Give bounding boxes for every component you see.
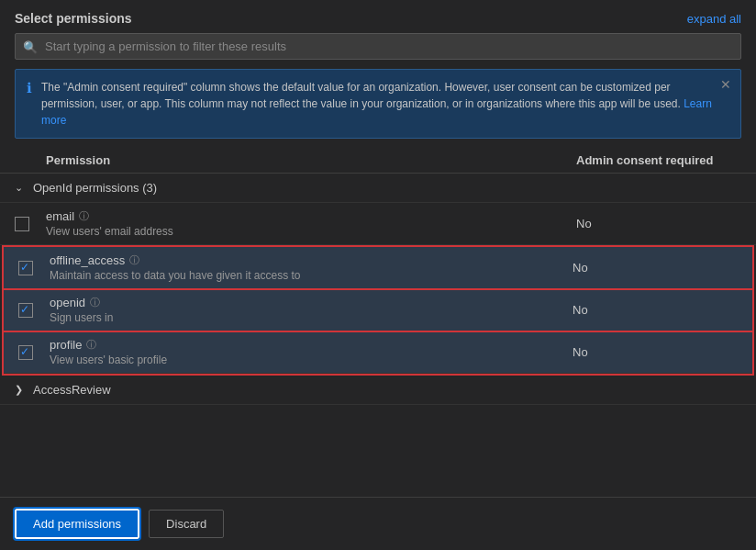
group-openid-header[interactable]: ⌄ OpenId permissions (3): [0, 174, 756, 203]
info-banner: ℹ The "Admin consent required" column sh…: [15, 69, 741, 139]
offline-access-checkbox[interactable]: [18, 261, 33, 275]
openid-info-icon[interactable]: ⓘ: [90, 296, 100, 309]
table-row: offline_access ⓘ Maintain access to data…: [4, 247, 752, 289]
offline-access-admin-consent: No: [573, 261, 738, 275]
banner-text: The "Admin consent required" column show…: [41, 79, 729, 129]
dialog-footer: Add permissions Discard: [0, 497, 756, 550]
profile-info-icon[interactable]: ⓘ: [86, 338, 96, 352]
email-checkbox[interactable]: [15, 217, 29, 231]
selected-permissions-group: offline_access ⓘ Maintain access to data…: [2, 245, 754, 376]
chevron-right-icon: ❯: [15, 384, 26, 396]
profile-checkbox[interactable]: [18, 345, 33, 360]
email-info-icon[interactable]: ⓘ: [79, 209, 89, 223]
offline-access-info-icon[interactable]: ⓘ: [129, 253, 139, 267]
profile-perm-desc: View users' basic profile: [50, 354, 573, 366]
openid-perm-desc: Sign users in: [50, 311, 573, 324]
discard-button[interactable]: Discard: [149, 510, 224, 538]
offline-access-perm-desc: Maintain access to data you have given i…: [50, 269, 573, 282]
col-admin-header: Admin consent required: [576, 153, 741, 167]
search-icon: 🔍: [23, 39, 38, 53]
table-row: email ⓘ View users' email address No: [0, 203, 756, 245]
email-perm-desc: View users' email address: [46, 225, 576, 238]
info-icon: ℹ: [27, 80, 32, 96]
group-openid-label: OpenId permissions (3): [33, 181, 157, 195]
email-perm-name: email: [46, 209, 74, 223]
openid-perm-name: openid: [50, 296, 85, 309]
openid-admin-consent: No: [573, 303, 738, 317]
dialog-title: Select permissions: [15, 11, 132, 26]
group-access-review-label: AccessReview: [33, 383, 111, 397]
openid-checkbox[interactable]: [18, 303, 33, 318]
profile-perm-name: profile: [50, 338, 82, 352]
profile-admin-consent: No: [573, 345, 738, 359]
add-permissions-button[interactable]: Add permissions: [15, 509, 139, 539]
table-header: Permission Admin consent required: [0, 148, 756, 174]
permissions-list: ⌄ OpenId permissions (3) email ⓘ View us…: [0, 174, 756, 497]
chevron-down-icon: ⌄: [15, 182, 26, 194]
permissions-dialog: Select permissions expand all 🔍 ℹ The "A…: [0, 0, 756, 550]
close-banner-button[interactable]: ✕: [720, 77, 731, 92]
dialog-header: Select permissions expand all: [0, 0, 756, 33]
table-row: openid ⓘ Sign users in No: [4, 289, 752, 331]
email-admin-consent: No: [576, 217, 741, 230]
search-bar: 🔍: [15, 33, 741, 60]
group-access-review-header[interactable]: ❯ AccessReview: [0, 376, 756, 405]
col-permission-header: Permission: [15, 153, 576, 167]
table-row: profile ⓘ View users' basic profile No: [4, 331, 752, 374]
offline-access-perm-name: offline_access: [50, 253, 125, 267]
expand-all-link[interactable]: expand all: [687, 12, 741, 26]
search-input[interactable]: [15, 33, 741, 60]
